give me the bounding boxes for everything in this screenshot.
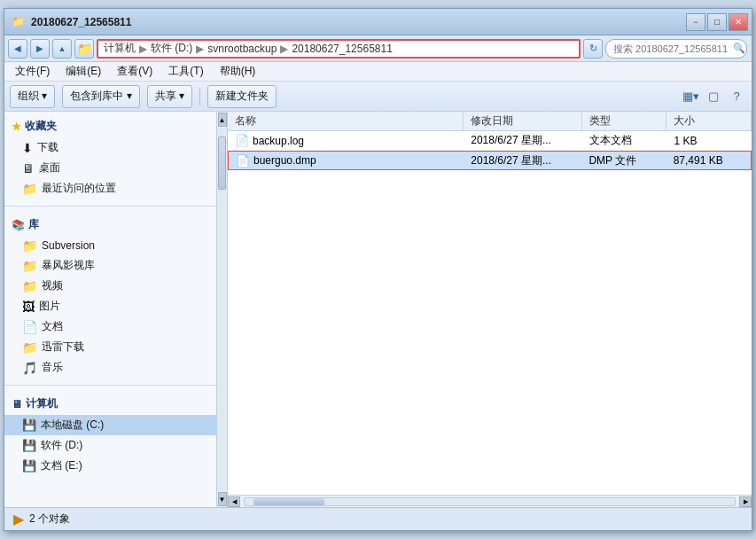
- path-sep-1: ▶: [139, 43, 147, 55]
- ddrive-label: 软件 (D:): [41, 438, 82, 453]
- video-icon: 📁: [22, 279, 37, 293]
- minimize-button[interactable]: －: [686, 13, 705, 31]
- address-bar: ◀ ▶ ▲ 📁 计算机 ▶ 软件 (D:) ▶ svnrootbackup ▶ …: [4, 35, 752, 62]
- new-folder-button[interactable]: 新建文件夹: [207, 85, 277, 108]
- thunder-label: 迅雷下载: [42, 340, 84, 355]
- documents-icon: 📄: [22, 320, 37, 334]
- menu-file[interactable]: 文件(F): [8, 62, 57, 81]
- preview-button[interactable]: ▢: [704, 87, 723, 106]
- share-button[interactable]: 共享 ▾: [147, 85, 192, 108]
- file-date-cell: 2018/6/27 星期...: [464, 152, 581, 169]
- file-type-cell: DMP 文件: [581, 152, 666, 169]
- scroll-track: [217, 128, 227, 491]
- col-header-date[interactable]: 修改日期: [464, 112, 582, 130]
- sidebar-item-music[interactable]: 🎵 音乐: [4, 357, 216, 378]
- path-part-3: svnrootbackup: [207, 43, 277, 55]
- hscroll-right-btn[interactable]: ▶: [739, 496, 752, 507]
- sidebar-item-recent[interactable]: 📁 最近访问的位置: [4, 178, 216, 199]
- sidebar-divider-2: [4, 385, 216, 386]
- sidebar-item-video[interactable]: 📁 视频: [4, 276, 216, 296]
- file-icon: 📄: [236, 154, 250, 168]
- sidebar-favorites-header[interactable]: ★ 收藏夹: [4, 115, 216, 137]
- status-text: 2 个对象: [29, 512, 70, 527]
- menu-view[interactable]: 查看(V): [110, 62, 160, 81]
- status-icon: ▶: [13, 511, 24, 527]
- horizontal-scrollbar[interactable]: ◀ ▶: [228, 495, 752, 507]
- sidebar-item-ddrive[interactable]: 💾 软件 (D:): [4, 435, 216, 456]
- file-name: buerguo.dmp: [253, 154, 316, 167]
- sidebar-item-cdrive[interactable]: 💾 本地磁盘 (C:): [4, 415, 216, 435]
- file-icon: 📄: [235, 134, 249, 147]
- sidebar-scrollbar[interactable]: ▲ ▼: [217, 112, 228, 507]
- file-size-cell: 87,491 KB: [666, 152, 751, 169]
- sidebar-item-pictures[interactable]: 🖼 图片: [4, 296, 216, 316]
- forward-button[interactable]: ▶: [30, 39, 50, 59]
- folder-icon-btn: 📁: [74, 39, 94, 59]
- sidebar-computer-header[interactable]: 🖥 计算机: [4, 393, 216, 415]
- file-name: backup.log: [253, 135, 304, 147]
- path-part-4: 20180627_12565811: [292, 43, 392, 55]
- sidebar-item-stormvideo[interactable]: 📁 暴风影视库: [4, 255, 216, 276]
- downloads-label: 下载: [37, 140, 58, 155]
- libraries-label: 库: [28, 217, 39, 232]
- table-row[interactable]: 📄 buerguo.dmp 2018/6/27 星期... DMP 文件 87,…: [228, 151, 752, 170]
- sidebar-item-downloads[interactable]: ⬇ 下载: [4, 137, 216, 158]
- sidebar-libraries-header[interactable]: 📚 库: [4, 214, 216, 236]
- path-sep-2: ▶: [196, 43, 204, 55]
- file-rows: 📄 backup.log 2018/6/27 星期... 文本文档 1 KB 📄…: [228, 131, 752, 495]
- sidebar-item-edrive[interactable]: 💾 文档 (E:): [4, 456, 216, 476]
- download-icon: ⬇: [22, 141, 33, 155]
- up-button[interactable]: ▲: [52, 39, 72, 59]
- organize-button[interactable]: 组织 ▾: [10, 85, 55, 108]
- cdrive-label: 本地磁盘 (C:): [41, 418, 104, 433]
- back-button[interactable]: ◀: [8, 39, 27, 59]
- scroll-up-btn[interactable]: ▲: [218, 113, 227, 127]
- sidebar-favorites-section: ★ 收藏夹 ⬇ 下载 🖥 桌面 📁 最近访问的位置: [4, 112, 216, 202]
- title-bar: 📁 20180627_12565811 － □ ✕: [4, 9, 752, 35]
- menu-edit[interactable]: 编辑(E): [58, 62, 108, 81]
- close-button[interactable]: ✕: [729, 13, 748, 31]
- file-list: 名称 修改日期 类型 大小 📄 backup.log 2018/6/27 星期.…: [228, 112, 752, 507]
- view-toggle-button[interactable]: ▦▾: [681, 87, 700, 106]
- sidebar-libraries-section: 📚 库 📁 Subversion 📁 暴风影视库 📁 视频 🖼 图: [4, 210, 216, 381]
- sidebar-item-subversion[interactable]: 📁 Subversion: [4, 236, 216, 255]
- stormvideo-label: 暴风影视库: [42, 258, 95, 273]
- music-icon: 🎵: [22, 361, 37, 375]
- address-path[interactable]: 计算机 ▶ 软件 (D:) ▶ svnrootbackup ▶ 20180627…: [97, 39, 581, 59]
- col-header-size[interactable]: 大小: [666, 112, 752, 130]
- search-input[interactable]: [605, 39, 747, 59]
- path-sep-3: ▶: [280, 43, 288, 55]
- ddrive-icon: 💾: [22, 439, 36, 452]
- hscroll-track: [244, 497, 736, 506]
- documents-label: 文档: [42, 319, 63, 334]
- toolbar: 组织 ▾ 包含到库中 ▾ 共享 ▾ 新建文件夹 ▦▾ ▢ ?: [4, 82, 752, 112]
- hscroll-thumb[interactable]: [253, 498, 324, 505]
- sidebar-item-thunder[interactable]: 📁 迅雷下载: [4, 337, 216, 357]
- scroll-thumb[interactable]: [218, 137, 226, 190]
- window-title: 20180627_12565811: [31, 16, 131, 28]
- help-button[interactable]: ?: [727, 87, 746, 106]
- maximize-button[interactable]: □: [707, 13, 727, 31]
- menu-help[interactable]: 帮助(H): [213, 62, 263, 81]
- sidebar-divider-1: [4, 206, 216, 207]
- file-name-cell: 📄 backup.log: [228, 131, 464, 150]
- menu-tools[interactable]: 工具(T): [161, 62, 210, 81]
- menu-bar: 文件(F) 编辑(E) 查看(V) 工具(T) 帮助(H): [4, 62, 752, 82]
- star-icon: ★: [12, 121, 21, 133]
- table-row[interactable]: 📄 backup.log 2018/6/27 星期... 文本文档 1 KB: [228, 131, 752, 151]
- sidebar-item-desktop[interactable]: 🖥 桌面: [4, 158, 216, 178]
- cdrive-icon: 💾: [22, 418, 36, 432]
- scroll-down-btn[interactable]: ▼: [218, 492, 227, 506]
- toolbar-right: ▦▾ ▢ ?: [681, 87, 746, 106]
- search-icon: 🔍: [730, 40, 748, 58]
- window-icon: 📁: [12, 15, 26, 29]
- add-to-library-button[interactable]: 包含到库中 ▾: [62, 85, 139, 108]
- hscroll-left-btn[interactable]: ◀: [228, 496, 240, 507]
- main-content: ★ 收藏夹 ⬇ 下载 🖥 桌面 📁 最近访问的位置: [4, 112, 752, 507]
- col-header-name[interactable]: 名称: [228, 112, 464, 130]
- sidebar-item-documents[interactable]: 📄 文档: [4, 316, 216, 337]
- status-bar: ▶ 2 个对象: [4, 507, 752, 530]
- explorer-window: 📁 20180627_12565811 － □ ✕ ◀ ▶ ▲ 📁 计算机 ▶ …: [4, 8, 752, 531]
- col-header-type[interactable]: 类型: [582, 112, 667, 130]
- refresh-button[interactable]: ↻: [583, 39, 603, 59]
